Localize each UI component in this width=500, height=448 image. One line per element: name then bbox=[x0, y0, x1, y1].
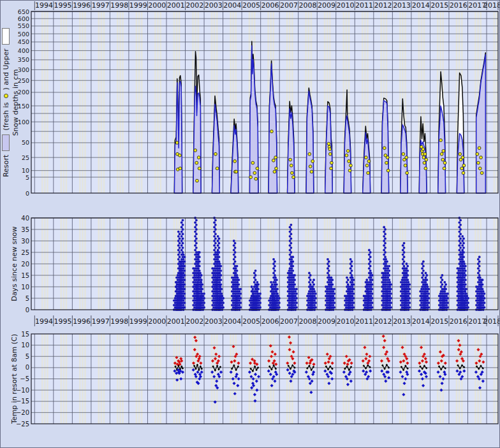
fresh-label: (fresh is bbox=[2, 102, 10, 130]
resort-color-swatch bbox=[2, 134, 10, 151]
svg-text:2014: 2014 bbox=[412, 317, 430, 326]
svg-text:30: 30 bbox=[21, 238, 29, 245]
svg-text:1997: 1997 bbox=[92, 317, 110, 326]
svg-text:1998: 1998 bbox=[110, 317, 128, 326]
svg-text:5: 5 bbox=[26, 295, 29, 302]
svg-text:1996: 1996 bbox=[73, 317, 91, 326]
upper-color-swatch bbox=[2, 28, 10, 45]
chart-canvas: 1994199519961997199819992000200120022003… bbox=[1, 1, 500, 448]
svg-text:2002: 2002 bbox=[186, 1, 203, 10]
days-axis-label-text: Days since new snow bbox=[10, 226, 18, 301]
svg-text:2015: 2015 bbox=[430, 317, 448, 326]
svg-text:2011: 2011 bbox=[355, 317, 373, 326]
svg-text:0: 0 bbox=[26, 364, 29, 371]
days-axis-label: Days since new snow bbox=[10, 218, 18, 310]
svg-text:1998: 1998 bbox=[110, 1, 128, 10]
svg-text:1994: 1994 bbox=[35, 1, 53, 10]
svg-text:2003: 2003 bbox=[205, 1, 223, 10]
svg-text:40: 40 bbox=[21, 215, 29, 222]
svg-text:50: 50 bbox=[22, 139, 29, 146]
svg-text:1999: 1999 bbox=[129, 317, 147, 326]
svg-text:2009: 2009 bbox=[318, 1, 335, 10]
svg-text:10: 10 bbox=[21, 342, 29, 349]
svg-text:2004: 2004 bbox=[223, 317, 241, 326]
depth-axis-sublabel: Snow depths in cm bbox=[11, 11, 20, 194]
svg-text:1997: 1997 bbox=[92, 1, 110, 10]
svg-text:10: 10 bbox=[21, 284, 29, 291]
svg-text:2018: 2018 bbox=[483, 1, 500, 10]
svg-text:2015: 2015 bbox=[430, 1, 448, 10]
svg-text:2002: 2002 bbox=[186, 317, 203, 326]
svg-text:2001: 2001 bbox=[167, 317, 185, 326]
svg-text:20: 20 bbox=[21, 261, 29, 268]
svg-text:2008: 2008 bbox=[298, 1, 316, 10]
depth-axis-label: Resort (fresh is ) and Upper bbox=[1, 11, 10, 194]
svg-text:2016: 2016 bbox=[450, 317, 467, 326]
fresh-snow-dot-icon bbox=[4, 94, 8, 98]
svg-text:1995: 1995 bbox=[54, 317, 72, 326]
svg-text:2013: 2013 bbox=[393, 317, 411, 326]
svg-text:1994: 1994 bbox=[35, 317, 53, 326]
svg-text:0: 0 bbox=[26, 190, 29, 197]
temp-axis-label-text: Temp in resort at 8am (C) bbox=[10, 334, 18, 424]
svg-text:2016: 2016 bbox=[450, 1, 467, 10]
svg-text:10: 10 bbox=[22, 167, 29, 174]
svg-text:−5: −5 bbox=[20, 375, 29, 382]
svg-text:2009: 2009 bbox=[318, 317, 335, 326]
svg-text:2006: 2006 bbox=[261, 317, 279, 326]
svg-text:5: 5 bbox=[26, 353, 29, 360]
svg-text:2013: 2013 bbox=[393, 1, 411, 10]
svg-text:2014: 2014 bbox=[412, 1, 430, 10]
svg-text:2005: 2005 bbox=[242, 1, 260, 10]
svg-text:2012: 2012 bbox=[374, 317, 392, 326]
resort-label: Resort bbox=[2, 155, 10, 177]
svg-text:2004: 2004 bbox=[223, 1, 241, 10]
svg-text:15: 15 bbox=[21, 331, 29, 338]
svg-text:1999: 1999 bbox=[129, 1, 147, 10]
svg-text:2001: 2001 bbox=[167, 1, 185, 10]
svg-text:25: 25 bbox=[21, 249, 29, 256]
svg-text:15: 15 bbox=[21, 272, 29, 279]
svg-text:2000: 2000 bbox=[148, 1, 166, 10]
upper-label: ) and Upper bbox=[2, 48, 10, 90]
depth-axis-sublabel-text: Snow depths in cm bbox=[11, 69, 20, 136]
svg-text:2012: 2012 bbox=[374, 1, 392, 10]
svg-text:2006: 2006 bbox=[261, 1, 279, 10]
svg-text:2010: 2010 bbox=[337, 317, 355, 326]
svg-text:2005: 2005 bbox=[242, 317, 260, 326]
svg-text:25: 25 bbox=[22, 154, 29, 161]
snow-history-figure: 1994199519961997199819992000200120022003… bbox=[0, 0, 500, 448]
svg-text:1995: 1995 bbox=[54, 1, 72, 10]
svg-text:2007: 2007 bbox=[280, 317, 298, 326]
svg-text:2018: 2018 bbox=[483, 317, 500, 326]
svg-text:5: 5 bbox=[26, 174, 29, 181]
svg-text:0: 0 bbox=[26, 307, 29, 314]
svg-text:2008: 2008 bbox=[298, 317, 316, 326]
svg-text:2010: 2010 bbox=[337, 1, 355, 10]
svg-text:35: 35 bbox=[21, 226, 29, 233]
svg-text:2003: 2003 bbox=[205, 317, 223, 326]
svg-text:1996: 1996 bbox=[73, 1, 91, 10]
svg-text:2011: 2011 bbox=[355, 1, 373, 10]
temp-axis-label: Temp in resort at 8am (C) bbox=[10, 334, 18, 424]
svg-text:2000: 2000 bbox=[148, 317, 166, 326]
svg-text:2007: 2007 bbox=[280, 1, 298, 10]
